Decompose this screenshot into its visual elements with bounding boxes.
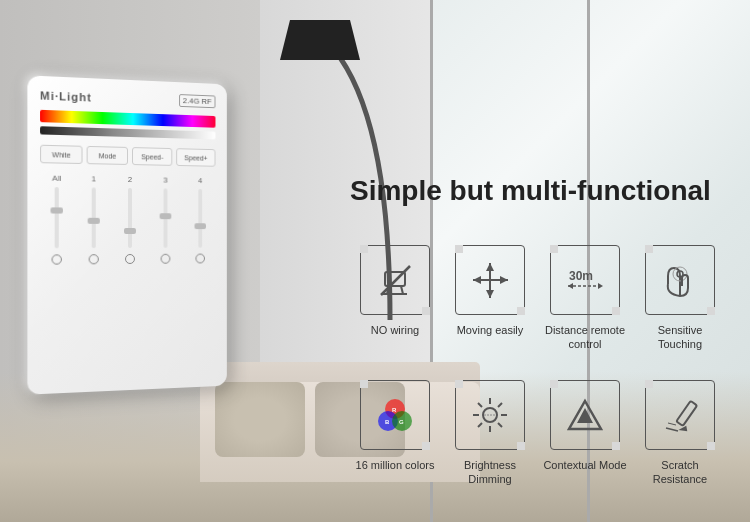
- distance-label: Distance remote control: [540, 323, 630, 352]
- controller-device: Mi·Light 2.4G RF White Mode Speed- Speed…: [27, 75, 226, 394]
- zone-2: 2: [114, 175, 146, 264]
- svg-line-29: [478, 403, 482, 407]
- svg-line-32: [478, 423, 482, 427]
- distance-icon-box: 30m: [550, 245, 620, 315]
- feature-distance: 30m Distance remote control: [540, 235, 630, 365]
- contextual-icon: [563, 393, 608, 438]
- scratch-icon-box: [645, 380, 715, 450]
- zone-1: 1: [77, 174, 110, 264]
- feature-no-wiring: NO wiring: [350, 235, 440, 365]
- zone-3: 3: [150, 175, 181, 263]
- 16m-colors-label: 16 million colors: [356, 458, 435, 472]
- brightness-bar: [40, 126, 215, 139]
- contextual-icon-box: [550, 380, 620, 450]
- colors-icon-box: R B G: [360, 380, 430, 450]
- brightness-icon: [468, 393, 513, 438]
- main-content: Simple but multi-functional NO wiring: [320, 0, 740, 522]
- no-wiring-label: NO wiring: [371, 323, 419, 337]
- scratch-icon: [658, 393, 703, 438]
- svg-text:R: R: [392, 407, 397, 413]
- btn-speed-down[interactable]: Speed-: [132, 147, 172, 166]
- btn-mode[interactable]: Mode: [87, 146, 128, 165]
- svg-line-39: [668, 423, 676, 425]
- colors-icon: R B G: [373, 393, 418, 438]
- touch-icon-box: [645, 245, 715, 315]
- svg-line-38: [666, 428, 678, 431]
- svg-marker-11: [500, 276, 508, 284]
- color-bar: [40, 110, 215, 128]
- button-row: White Mode Speed- Speed+: [40, 145, 215, 167]
- cushion-left: [215, 382, 305, 457]
- brand-name: Mi·Light: [40, 89, 92, 103]
- svg-text:B: B: [385, 419, 390, 425]
- svg-line-30: [498, 423, 502, 427]
- brightness-label: Brightness Dimming: [445, 458, 535, 487]
- svg-marker-15: [598, 283, 603, 289]
- no-wiring-icon-box: [360, 245, 430, 315]
- svg-line-31: [498, 403, 502, 407]
- rf-badge: 2.4G RF: [179, 94, 216, 108]
- svg-marker-8: [486, 263, 494, 271]
- zone-controls: All 1 2 3 4: [40, 173, 215, 264]
- feature-brightness: Brightness Dimming: [445, 370, 535, 500]
- move-icon: [468, 258, 513, 303]
- zone-4: 4: [185, 176, 216, 264]
- svg-text:G: G: [399, 419, 404, 425]
- touch-icon: [658, 258, 703, 303]
- scratch-label: Scratch Resistance: [635, 458, 725, 487]
- moving-easily-label: Moving easily: [457, 323, 524, 337]
- feature-sensitive-touching: Sensitive Touching: [635, 235, 725, 365]
- svg-rect-36: [676, 400, 697, 425]
- zone-all: All: [40, 173, 73, 264]
- page-title: Simple but multi-functional: [350, 175, 711, 207]
- svg-marker-14: [568, 283, 573, 289]
- distance-icon: 30m: [563, 258, 608, 303]
- feature-16m-colors: R B G 16 million colors: [350, 370, 440, 500]
- feature-contextual: Contextual Mode: [540, 370, 630, 500]
- btn-white[interactable]: White: [40, 145, 82, 164]
- svg-marker-9: [486, 290, 494, 298]
- brightness-icon-box: [455, 380, 525, 450]
- sensitive-touching-label: Sensitive Touching: [635, 323, 725, 352]
- btn-speed-up[interactable]: Speed+: [176, 148, 215, 167]
- svg-text:30m: 30m: [569, 269, 593, 283]
- svg-line-4: [401, 286, 403, 294]
- feature-moving-easily: Moving easily: [445, 235, 535, 365]
- feature-scratch: Scratch Resistance: [635, 370, 725, 500]
- contextual-label: Contextual Mode: [543, 458, 626, 472]
- svg-marker-10: [473, 276, 481, 284]
- no-wiring-icon: [373, 258, 418, 303]
- features-grid: NO wiring Moving easily: [350, 235, 725, 500]
- move-icon-box: [455, 245, 525, 315]
